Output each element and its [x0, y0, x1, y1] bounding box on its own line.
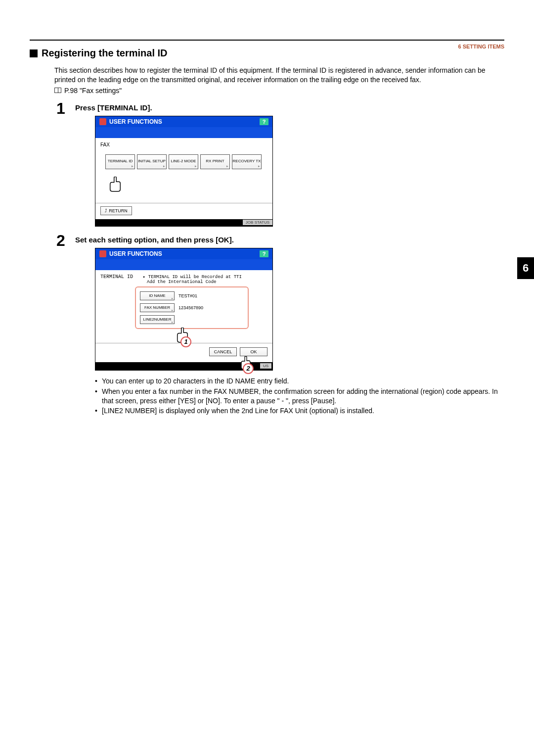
ss2-screen-label: TERMINAL ID [100, 274, 133, 284]
fax-number-value: 1234567890 [177, 305, 203, 310]
square-bullet-icon [30, 49, 38, 57]
book-icon [54, 88, 61, 93]
step-number-1: 1 [56, 100, 69, 227]
id-name-button[interactable]: ID NAME▸ [140, 291, 175, 300]
chapter-title: SETTING ITEMS [463, 44, 504, 49]
callout-2: 2 [243, 363, 257, 377]
recovery-tx-button[interactable]: RECOVERY TX▸ [232, 154, 262, 169]
fax-number-button[interactable]: FAX NUMBER▸ [140, 303, 175, 312]
side-tab: 6 [517, 257, 534, 279]
step-2-title: Set each setting option, and then press … [75, 236, 504, 244]
section-title-text: Registering the terminal ID [42, 47, 168, 59]
field-group-highlight: ID NAME▸ TEST#01 FAX NUMBER▸ 1234567890 … [135, 286, 249, 329]
line2-number-button[interactable]: LINE2NUMBER▸ [140, 315, 175, 324]
pointing-hand-icon [108, 177, 122, 192]
id-name-value: TEST#01 [177, 293, 197, 298]
callout-1: 1 [180, 336, 194, 350]
status-us: US [260, 363, 271, 369]
ss2-msg-line1: ▸ TERMINAL ID will be Recorded at TTI [143, 274, 242, 280]
running-header: 6 SETTING ITEMS [458, 44, 504, 49]
chapter-num: 6 [458, 44, 461, 49]
screenshot-1: USER FUNCTIONS ? FAX TERMINAL ID▸ INITIA… [95, 116, 273, 227]
note-item: [LINE2 NUMBER] is displayed only when th… [95, 406, 504, 416]
note-item: When you enter a fax number in the FAX N… [95, 387, 504, 406]
intro-paragraph: This section describes how to register t… [54, 66, 504, 85]
cross-reference: P.98 "Fax settings" [54, 87, 504, 94]
ref-text: P.98 "Fax settings" [64, 87, 122, 94]
step-1-title: Press [TERMINAL ID]. [75, 103, 504, 112]
tools-icon [99, 118, 106, 125]
screenshot-2: USER FUNCTIONS ? TERMINAL ID ▸ TERMINAL … [95, 248, 273, 371]
rx-print-button[interactable]: RX PRINT▸ [200, 154, 230, 169]
ss1-body-label: FAX [100, 142, 267, 147]
step-2-notes: You can enter up to 20 characters in the… [95, 377, 504, 416]
ss2-header-label: USER FUNCTIONS [109, 250, 162, 257]
line2-mode-button[interactable]: LINE-2 MODE▸ [169, 154, 198, 169]
tools-icon [99, 250, 106, 257]
ok-button[interactable]: OK [240, 347, 267, 356]
initial-setup-button[interactable]: INITIAL SETUP▸ [137, 154, 167, 169]
help-icon[interactable]: ? [260, 250, 268, 257]
ss1-header-label: USER FUNCTIONS [109, 118, 162, 125]
step-number-2: 2 [56, 233, 69, 417]
ss2-msg-line2: Add the International Code [147, 280, 242, 284]
cancel-button[interactable]: CANCEL [209, 347, 237, 356]
job-status-button[interactable]: JOB STATUS [243, 220, 272, 225]
help-icon[interactable]: ? [260, 118, 268, 125]
return-button[interactable]: ⤴ RETURN [100, 206, 132, 215]
section-heading: Registering the terminal ID [30, 47, 504, 59]
terminal-id-button[interactable]: TERMINAL ID▸ [105, 154, 135, 169]
note-item: You can enter up to 20 characters in the… [95, 377, 504, 386]
return-arrow-icon: ⤴ [105, 208, 107, 213]
